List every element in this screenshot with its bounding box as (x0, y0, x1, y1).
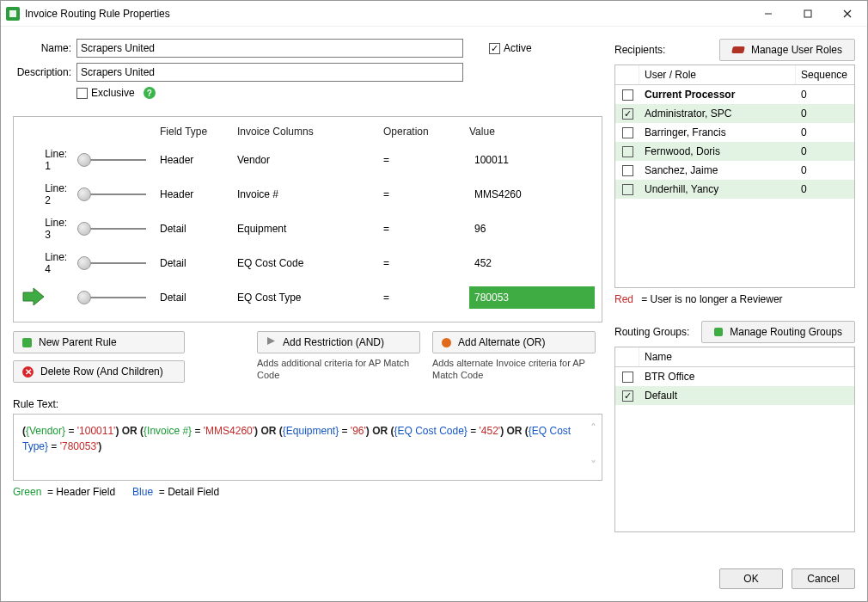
col-field-type: Field Type (160, 126, 237, 138)
recipient-checkbox[interactable] (622, 165, 633, 176)
field-type-cell: Detail (160, 292, 237, 304)
recipient-seq: 0 (796, 108, 854, 120)
recipient-seq: 0 (796, 145, 854, 157)
recipient-row[interactable]: Fernwood, Doris0 (615, 142, 854, 161)
value-cell[interactable]: MMS4260 (469, 186, 595, 203)
recipient-checkbox[interactable] (622, 89, 633, 101)
col-operation: Operation (383, 126, 469, 138)
delete-row-button[interactable]: ✕ Delete Row (And Children) (13, 360, 185, 383)
window-title: Invoice Routing Rule Properties (25, 8, 170, 20)
value-cell[interactable]: 100011 (469, 151, 595, 169)
rule-text: ˄ ˅ ({Vendor} = '100011') OR ({Invoice #… (13, 414, 602, 481)
indent-slider[interactable] (77, 255, 146, 271)
operation-cell: = (383, 223, 469, 235)
operation-cell: = (383, 154, 469, 166)
routing-col-name: Name (639, 347, 854, 366)
minimize-button[interactable] (749, 1, 788, 27)
recipient-name: Underhill, Yancy (639, 183, 796, 195)
add-alternate-button[interactable]: Add Alternate (OR) (432, 331, 596, 353)
brick-icon (731, 46, 745, 53)
value-cell[interactable]: 96 (469, 220, 595, 237)
invoice-column-cell: Vendor (237, 154, 383, 166)
recipient-name: Current Processor (639, 89, 796, 101)
operation-cell: = (383, 292, 469, 304)
line-label: Line: 3 (45, 217, 74, 241)
svg-rect-0 (9, 10, 16, 17)
invoice-column-cell: Invoice # (237, 188, 383, 200)
value-cell[interactable]: 452 (469, 255, 595, 272)
field-type-cell: Header (160, 154, 237, 166)
name-input[interactable] (76, 39, 463, 58)
rule-line[interactable]: Line: 4DetailEQ Cost Code=452 (21, 246, 595, 280)
active-checkbox[interactable]: ✓ Active (489, 42, 532, 54)
titlebar: Invoice Routing Rule Properties (1, 1, 867, 27)
indent-slider[interactable] (77, 221, 146, 236)
add-restriction-button[interactable]: Add Restriction (AND) (257, 331, 420, 353)
cancel-button[interactable]: Cancel (792, 568, 855, 589)
scroll-down-icon[interactable]: ˅ (590, 457, 596, 475)
indent-slider[interactable] (77, 290, 146, 305)
app-icon (6, 7, 20, 21)
play-icon (266, 336, 276, 348)
current-row-arrow-icon (21, 287, 46, 309)
routing-checkbox[interactable] (622, 372, 633, 383)
exclusive-checkbox[interactable]: Exclusive (76, 87, 135, 99)
routing-row[interactable]: BTR Office (615, 367, 854, 386)
square-green-icon (714, 328, 723, 336)
recipient-row[interactable]: Underhill, Yancy0 (615, 180, 854, 199)
indent-slider[interactable] (77, 152, 146, 168)
line-label: Line: 1 (45, 148, 74, 172)
manage-user-roles-button[interactable]: Manage User Roles (719, 39, 855, 61)
exclusive-label: Exclusive (91, 87, 135, 99)
maximize-button[interactable] (788, 1, 828, 27)
description-input[interactable] (76, 63, 463, 82)
recipient-row[interactable]: Sanchez, Jaime0 (615, 161, 854, 180)
recipient-checkbox[interactable] (622, 127, 633, 138)
recipient-row[interactable]: Current Processor0 (615, 85, 854, 104)
scroll-up-icon[interactable]: ˄ (590, 420, 596, 438)
recipient-checkbox[interactable] (622, 146, 633, 157)
value-cell[interactable]: 780053 (469, 286, 595, 309)
invoice-column-cell: Equipment (237, 223, 383, 235)
rule-text-label: Rule Text: (13, 398, 602, 410)
square-green-icon (22, 338, 32, 347)
manage-routing-groups-button[interactable]: Manage Routing Groups (701, 321, 855, 343)
field-type-cell: Header (160, 188, 237, 200)
rule-line[interactable]: Line: 2HeaderInvoice #=MMS4260 (21, 177, 595, 212)
recipient-seq: 0 (796, 183, 854, 195)
help-icon[interactable]: ? (144, 87, 156, 99)
close-button[interactable] (828, 1, 867, 27)
routing-row[interactable]: ✓Default (615, 386, 854, 405)
col-value: Value (469, 126, 595, 138)
col-invoice-columns: Invoice Columns (237, 126, 383, 138)
recipient-row[interactable]: ✓Administrator, SPC0 (615, 104, 854, 123)
new-parent-rule-button[interactable]: New Parent Rule (13, 331, 185, 353)
line-label: Line: 4 (45, 251, 74, 275)
recipient-name: Administrator, SPC (639, 108, 796, 120)
recipients-list: User / Role Sequence Current Processor0✓… (614, 64, 855, 288)
routing-label: Routing Groups: (614, 326, 701, 338)
window: Invoice Routing Rule Properties Name: ✓ … (0, 0, 868, 602)
active-label: Active (504, 42, 532, 54)
svg-marker-6 (267, 337, 275, 345)
operation-cell: = (383, 188, 469, 200)
field-type-cell: Detail (160, 257, 237, 269)
rule-line[interactable]: Line: 1HeaderVendor=100011 (21, 143, 595, 177)
svg-marker-5 (23, 288, 44, 305)
rule-line[interactable]: DetailEQ Cost Type=780053 (21, 280, 595, 315)
recipients-note: Red = User is no longer a Reviewer (614, 293, 855, 305)
rule-line[interactable]: Line: 3DetailEquipment=96 (21, 212, 595, 246)
recipient-checkbox[interactable] (622, 184, 633, 195)
operation-cell: = (383, 257, 469, 269)
rules-grid: Field Type Invoice Columns Operation Val… (13, 116, 602, 322)
routing-checkbox[interactable]: ✓ (622, 390, 633, 402)
indent-slider[interactable] (77, 187, 146, 202)
line-label: Line: 2 (45, 182, 74, 206)
recipient-seq: 0 (796, 126, 854, 138)
recipients-label: Recipients: (614, 44, 719, 56)
recipient-row[interactable]: Barringer, Francis0 (615, 123, 854, 142)
recipient-checkbox[interactable]: ✓ (622, 108, 633, 120)
routing-name: BTR Office (639, 371, 854, 383)
ok-button[interactable]: OK (719, 568, 783, 589)
invoice-column-cell: EQ Cost Type (237, 292, 383, 304)
